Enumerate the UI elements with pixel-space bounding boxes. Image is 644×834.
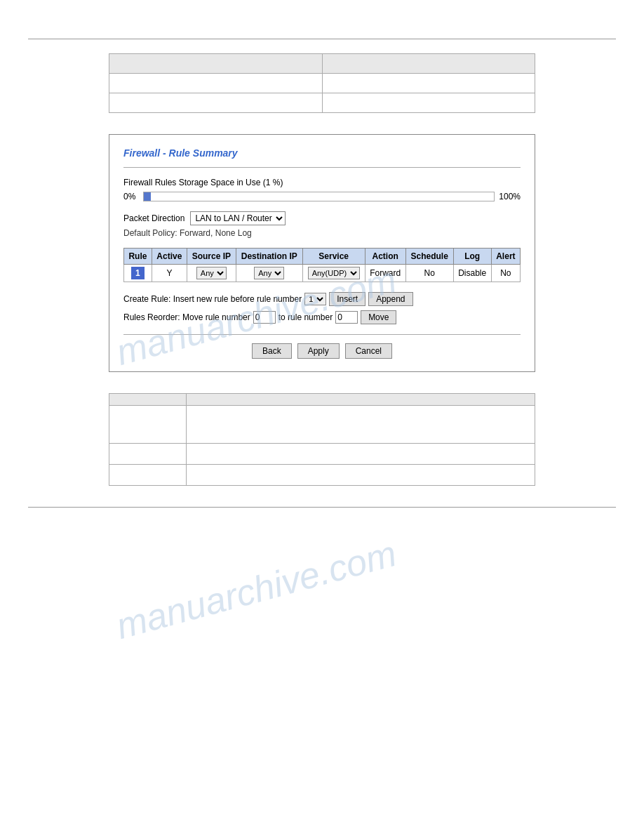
col-source-ip: Source IP: [187, 249, 236, 265]
col-rule: Rule: [124, 249, 152, 265]
bottom-cell-r1c1: [109, 406, 187, 444]
table-row: [109, 394, 535, 406]
top-table: [109, 53, 535, 113]
reorder-row: Rules Reorder: Move rule number to rule …: [123, 310, 521, 324]
col-service: Service: [302, 249, 365, 265]
top-table-cell-r1c2: [322, 74, 535, 93]
rules-table: Rule Active Source IP Destination IP Ser…: [123, 248, 521, 282]
table-row: [109, 406, 535, 444]
bottom-cell-r1c2: [187, 406, 535, 444]
bottom-inner-divider: [123, 334, 521, 335]
col-action: Action: [365, 249, 405, 265]
bottom-cell-r2c1: [109, 444, 187, 465]
service-cell: Any(UDP): [302, 265, 365, 282]
bottom-cell-r2c2: [187, 444, 535, 465]
bottom-header-col1: [109, 394, 187, 406]
active-cell: Y: [152, 265, 187, 282]
default-policy: Default Policy: Forward, None Log: [123, 228, 521, 238]
reorder-from-input[interactable]: [253, 311, 276, 324]
create-rule-row: Create Rule: Insert new rule before rule…: [123, 292, 521, 306]
alert-cell: No: [491, 265, 520, 282]
top-table-header-col1: [109, 54, 323, 74]
bottom-cell-r3c2: [187, 465, 535, 486]
progress-row: 0% 100%: [123, 192, 521, 201]
back-button[interactable]: Back: [252, 343, 292, 359]
source-ip-cell: Any: [187, 265, 236, 282]
top-table-header-col2: [322, 54, 535, 74]
schedule-cell: No: [405, 265, 453, 282]
rule-number-cell: 1: [124, 265, 152, 282]
packet-direction-select[interactable]: LAN to LAN / Router WAN to LAN LAN to WA…: [190, 211, 286, 225]
table-row: [109, 74, 535, 93]
col-active: Active: [152, 249, 187, 265]
service-select[interactable]: Any(UDP): [308, 267, 360, 279]
create-rule-number-select[interactable]: 1: [304, 293, 326, 305]
table-row: [109, 444, 535, 465]
reorder-to-input[interactable]: [335, 311, 358, 324]
rules-table-header-row: Rule Active Source IP Destination IP Ser…: [124, 249, 521, 265]
col-destination-ip: Destination IP: [236, 249, 302, 265]
progress-0-label: 0%: [123, 192, 139, 201]
reorder-label: Rules Reorder: Move rule number: [123, 312, 250, 322]
bottom-divider: [28, 507, 616, 508]
firewall-title: Firewall - Rule Summary: [123, 147, 521, 159]
move-button[interactable]: Move: [361, 310, 396, 324]
insert-button[interactable]: Insert: [329, 292, 365, 306]
cancel-button[interactable]: Cancel: [345, 343, 392, 359]
col-alert: Alert: [491, 249, 520, 265]
bottom-header-col2: [187, 394, 535, 406]
table-row: [109, 54, 535, 74]
title-underline: [123, 167, 521, 168]
destination-ip-select[interactable]: Any: [254, 267, 284, 279]
storage-label: Firewall Rules Storage Space in Use (1 %…: [123, 178, 521, 187]
rule-number[interactable]: 1: [131, 267, 145, 279]
progress-bar-fill: [144, 192, 151, 201]
action-cell: Forward: [365, 265, 405, 282]
watermark2: manuarchive.com: [112, 532, 401, 647]
bottom-table-wrap: [109, 393, 535, 486]
packet-direction-row: Packet Direction LAN to LAN / Router WAN…: [123, 211, 521, 225]
source-ip-select[interactable]: Any: [196, 267, 227, 279]
packet-direction-label: Packet Direction: [123, 213, 185, 223]
main-content: Firewall - Rule Summary Firewall Rules S…: [109, 134, 535, 372]
progress-100-label: 100%: [499, 192, 521, 201]
top-table-wrap: [109, 53, 535, 113]
top-table-cell-r2c1: [109, 93, 323, 113]
top-table-cell-r1c1: [109, 74, 323, 93]
col-log: Log: [453, 249, 491, 265]
action-buttons: Back Apply Cancel: [123, 343, 521, 359]
create-rule-label: Create Rule: Insert new rule before rule…: [123, 294, 302, 304]
append-button[interactable]: Append: [368, 292, 412, 306]
destination-ip-cell: Any: [236, 265, 302, 282]
log-cell: Disable: [453, 265, 491, 282]
top-table-cell-r2c2: [322, 93, 535, 113]
bottom-cell-r3c1: [109, 465, 187, 486]
col-schedule: Schedule: [405, 249, 453, 265]
firewall-box: Firewall - Rule Summary Firewall Rules S…: [109, 134, 535, 372]
reorder-to-label: to rule number: [279, 312, 333, 322]
bottom-table: [109, 393, 535, 486]
progress-bar: [143, 192, 495, 201]
table-row: 1 Y Any Any Any(U: [124, 265, 521, 282]
apply-button[interactable]: Apply: [297, 343, 340, 359]
table-row: [109, 465, 535, 486]
table-row: [109, 93, 535, 113]
top-divider: [28, 39, 616, 39]
